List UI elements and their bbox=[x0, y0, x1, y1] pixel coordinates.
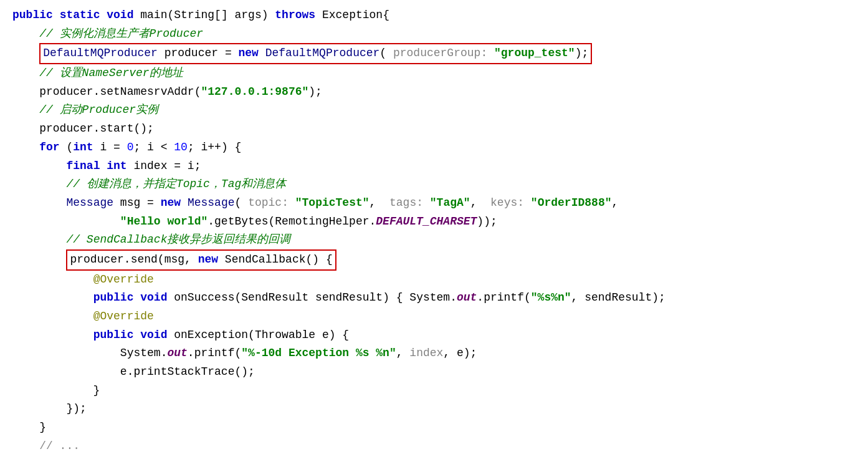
code-line-highlighted: DefaultMQProducer producer = new Default… bbox=[12, 43, 856, 64]
code-line: }); bbox=[12, 400, 856, 418]
code-line: @Override bbox=[12, 271, 856, 289]
code-line: "Hello world".getBytes(RemotingHelper.DE… bbox=[12, 213, 856, 231]
code-line: final int index = i; bbox=[12, 157, 856, 176]
code-line: e.printStackTrace(); bbox=[12, 363, 856, 382]
code-line: public static void main(String[] args) t… bbox=[12, 6, 856, 25]
code-line: public void onException(Throwable e) { bbox=[12, 326, 856, 345]
code-line: // 创建消息，并指定Topic，Tag和消息体 bbox=[12, 175, 856, 194]
code-line: // 设置NameServer的地址 bbox=[12, 64, 856, 83]
code-line: // SendCallback接收异步返回结果的回调 bbox=[12, 231, 856, 249]
code-line: // 实例化消息生产者Producer bbox=[12, 25, 856, 44]
code-line: @Override bbox=[12, 307, 856, 326]
code-line-highlighted2: producer.send(msg, new SendCallback() { bbox=[12, 249, 856, 271]
code-line: // ... bbox=[12, 437, 856, 456]
code-line: // 启动Producer实例 bbox=[12, 101, 856, 120]
code-line: for (int i = 0; i < 10; i++) { bbox=[12, 138, 856, 157]
code-line: } bbox=[12, 382, 856, 400]
code-view: public static void main(String[] args) t… bbox=[0, 0, 868, 459]
code-line: System.out.printf("%-10d Exception %s %n… bbox=[12, 344, 856, 363]
code-line: producer.setNamesrvAddr("127.0.0.1:9876"… bbox=[12, 83, 856, 102]
code-line: } bbox=[12, 418, 856, 437]
code-line: producer.start(); bbox=[12, 120, 856, 138]
code-line: public void onSuccess(SendResult sendRes… bbox=[12, 289, 856, 307]
code-line: Message msg = new Message( topic: "Topic… bbox=[12, 194, 856, 213]
